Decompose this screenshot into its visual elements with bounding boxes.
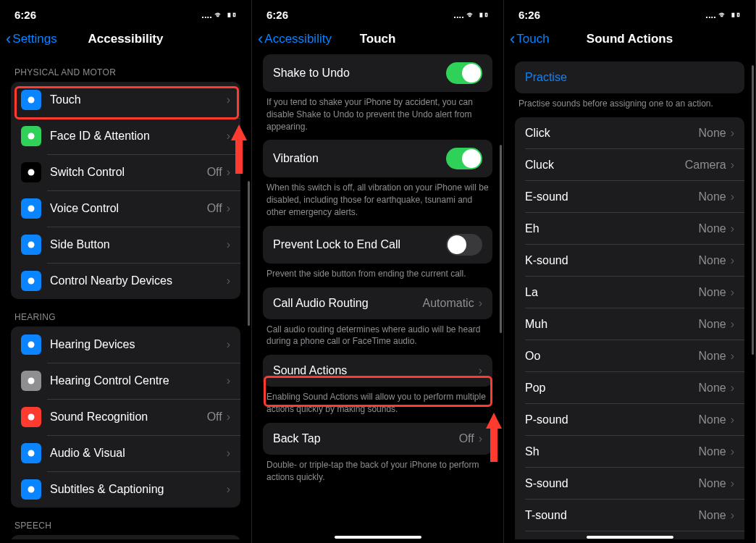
row-hearing-control-centre[interactable]: Hearing Control Centre› — [11, 363, 240, 399]
chevron-right-icon: › — [731, 445, 734, 458]
chevron-right-icon: › — [227, 202, 230, 215]
row-cluck[interactable]: CluckCamera› — [515, 149, 744, 181]
svg-point-3 — [28, 206, 35, 212]
list-physical: Touch›Face ID & Attention›Switch Control… — [11, 82, 240, 299]
row-audio-visual[interactable]: Audio & Visual› — [11, 435, 240, 471]
row-face-id-attention[interactable]: Face ID & Attention› — [11, 118, 240, 154]
chevron-left-icon: ‹ — [258, 31, 263, 47]
row-voice-control[interactable]: Voice ControlOff› — [11, 190, 240, 227]
row-s-sound[interactable]: S-soundNone› — [515, 468, 744, 500]
back-button[interactable]: ‹ Touch — [510, 31, 550, 47]
row-muh[interactable]: MuhNone› — [515, 308, 744, 340]
row-sound-actions[interactable]: Sound Actions› — [263, 355, 492, 387]
home-indicator[interactable] — [587, 536, 673, 539]
svg-point-8 — [28, 414, 35, 421]
chevron-right-icon: › — [731, 190, 734, 203]
row-shake-to-undo[interactable]: Shake to Undo — [263, 54, 492, 92]
chevron-right-icon: › — [731, 318, 734, 331]
chevron-right-icon: › — [227, 411, 230, 424]
status-time: 6:26 — [518, 9, 540, 21]
row-oo[interactable]: OoNone› — [515, 340, 744, 372]
chevron-right-icon: › — [227, 374, 230, 387]
svg-point-1 — [28, 133, 35, 140]
side-button-icon — [21, 235, 41, 255]
toggle-knob — [462, 64, 481, 83]
row-la[interactable]: LaNone› — [515, 277, 744, 308]
screen-sound-actions: 6:26 .... ᯤ ▮▯ ‹ Touch Sound Actions Pra… — [504, 0, 756, 543]
row-control-nearby-devices[interactable]: Control Nearby Devices› — [11, 263, 240, 299]
sound-label: E-sound — [525, 190, 698, 203]
item-label: Vibration — [273, 152, 446, 165]
row-touch[interactable]: Touch› — [11, 82, 240, 118]
list-sounds: ClickNone›CluckCamera›E-soundNone›EhNone… — [515, 117, 744, 539]
row-back-tap[interactable]: Back TapOff› — [263, 423, 492, 455]
section-header-speech: SPEECH — [0, 508, 251, 535]
content-scroll[interactable]: Shake to UndoIf you tend to shake your i… — [252, 54, 503, 539]
home-indicator[interactable] — [335, 536, 421, 539]
toggle-switch[interactable] — [446, 148, 482, 169]
back-label: Settings — [12, 32, 56, 46]
group-prevent-lock-to-end-call: Prevent Lock to End Call — [263, 226, 492, 264]
toggle-knob — [462, 149, 481, 168]
status-bar: 6:26 .... ᯤ ▮▯ — [504, 0, 755, 24]
chevron-right-icon: › — [731, 509, 734, 522]
row-click[interactable]: ClickNone› — [515, 117, 744, 149]
item-label: Call Audio Routing — [273, 297, 423, 310]
row-sound-recognition[interactable]: Sound RecognitionOff› — [11, 399, 240, 435]
chevron-right-icon: › — [731, 413, 734, 426]
toggle-switch[interactable] — [446, 234, 482, 256]
row-side-button[interactable]: Side Button› — [11, 227, 240, 263]
item-label: Side Button — [50, 238, 227, 251]
scrollbar[interactable] — [248, 181, 250, 326]
row-switch-control[interactable]: Switch ControlOff› — [11, 154, 240, 190]
row-pop[interactable]: PopNone› — [515, 372, 744, 404]
row-hearing-devices[interactable]: Hearing Devices› — [11, 327, 240, 363]
sound-label: Cluck — [525, 159, 685, 172]
item-value: Automatic — [423, 297, 474, 310]
sound-label: S-sound — [525, 477, 698, 490]
section-header-hearing: HEARING — [0, 299, 251, 327]
chevron-right-icon: › — [731, 382, 734, 395]
back-button[interactable]: ‹ Settings — [6, 31, 57, 47]
back-label: Touch — [516, 32, 549, 46]
group-sound-actions: Sound Actions› — [263, 355, 492, 387]
touch-icon — [21, 90, 41, 110]
sound-value: None — [698, 413, 726, 426]
scrollbar[interactable] — [752, 65, 754, 355]
content-scroll[interactable]: Practise Practise sounds before assignin… — [504, 54, 755, 539]
content-scroll[interactable]: PHYSICAL AND MOTOR Touch›Face ID & Atten… — [0, 54, 251, 539]
row-call-audio-routing[interactable]: Call Audio RoutingAutomatic› — [263, 287, 492, 319]
group-vibration: Vibration — [263, 140, 492, 177]
toggle-switch[interactable] — [446, 62, 482, 84]
row-sh[interactable]: ShNone› — [515, 436, 744, 468]
chevron-left-icon: ‹ — [510, 31, 515, 47]
screen-touch: 6:26 .... ᯤ ▮▯ ‹ Accessibility Touch Sha… — [252, 0, 504, 543]
footer-text: If you tend to shake your iPhone by acci… — [252, 92, 503, 140]
row-prevent-lock-to-end-call[interactable]: Prevent Lock to End Call — [263, 226, 492, 264]
row-t-sound[interactable]: T-soundNone› — [515, 500, 744, 531]
row-vibration[interactable]: Vibration — [263, 140, 492, 177]
practise-button[interactable]: Practise — [515, 62, 744, 93]
hearing-control-centre-icon — [21, 371, 41, 391]
row-p-sound[interactable]: P-soundNone› — [515, 404, 744, 436]
sound-value: None — [698, 350, 726, 363]
chevron-right-icon: › — [227, 130, 230, 143]
footer-text: Call audio routing determines where audi… — [252, 319, 503, 355]
row-live-speech[interactable]: Live SpeechOff› — [11, 535, 240, 539]
row-eh[interactable]: EhNone› — [515, 213, 744, 245]
nav-bar: ‹ Settings Accessibility — [0, 24, 251, 54]
item-label: Back Tap — [273, 432, 459, 445]
sound-value: None — [698, 286, 726, 299]
item-label: Control Nearby Devices — [50, 274, 227, 287]
row-subtitles-captioning[interactable]: Subtitles & Captioning› — [11, 471, 240, 508]
chevron-right-icon: › — [479, 297, 482, 310]
nav-bar: ‹ Accessibility Touch — [252, 24, 503, 54]
item-value: Off — [207, 202, 222, 215]
sound-value: None — [698, 190, 726, 203]
chevron-right-icon: › — [731, 127, 734, 140]
back-button[interactable]: ‹ Accessibility — [258, 31, 332, 47]
scrollbar[interactable] — [500, 145, 502, 333]
row-e-sound[interactable]: E-soundNone› — [515, 181, 744, 213]
row-k-sound[interactable]: K-soundNone› — [515, 245, 744, 277]
practise-footer: Practise sounds before assigning one to … — [504, 93, 755, 117]
